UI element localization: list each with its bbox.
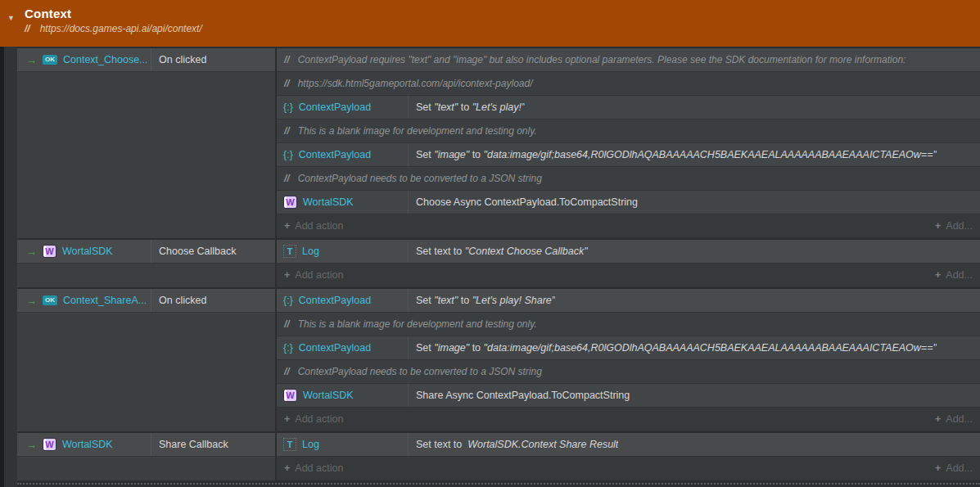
add-action-link[interactable]: +Add action xyxy=(284,269,343,281)
comment-text: ContextPayload requires "text" and "imag… xyxy=(298,54,906,65)
action-row[interactable]: T Log Set text to "Context Choose Callba… xyxy=(277,240,980,264)
comment-text: ContextPayload needs to be converted to … xyxy=(298,366,542,377)
trigger-arrow-icon: → xyxy=(26,54,37,66)
action-object-cell[interactable]: W WortalSDK xyxy=(277,191,409,214)
condition-text[interactable]: On clicked xyxy=(151,289,206,312)
comment-row[interactable]: //This is a blank image for development … xyxy=(277,313,980,336)
condition-object-name: WortalSDK xyxy=(62,439,113,450)
comment-slashes: // xyxy=(284,54,290,65)
action-parameters[interactable]: Set text to "Context Choose Callback" xyxy=(409,240,588,263)
event-block-3: → OK Context_ShareA... On clicked {:} Co… xyxy=(17,289,980,431)
action-parameters[interactable]: Choose Async ContextPayload.ToCompactStr… xyxy=(409,191,638,214)
comment-slashes: // xyxy=(284,173,290,184)
wortal-book-icon: W xyxy=(43,438,56,451)
add-more-link[interactable]: +Add... xyxy=(935,413,973,425)
param-value: "Context Choose Callback" xyxy=(465,246,588,257)
condition-text[interactable]: Choose Callback xyxy=(151,240,237,263)
add-action-row: +Add action +Add... xyxy=(277,408,980,431)
param-value: "Let's play! Share" xyxy=(472,295,556,306)
add-action-row: +Add action +Add... xyxy=(277,457,980,480)
param-value: "data:image/gif;base64,R0lGODlhAQABAAAAA… xyxy=(484,342,937,354)
event-block-2: → W WortalSDK Choose Callback T Log Set … xyxy=(17,240,980,287)
add-action-row: +Add action +Add... xyxy=(277,214,980,238)
plus-icon: + xyxy=(935,462,941,474)
collapse-arrow-icon[interactable]: ▼ xyxy=(7,14,15,22)
action-parameters[interactable]: Share Async ContextPayload.ToCompactStri… xyxy=(409,384,630,407)
conditions-column: → OK Context_ShareA... On clicked xyxy=(17,289,275,431)
event-group-header[interactable]: ▼ Context //https://docs.games-api.ai/ap… xyxy=(0,0,980,47)
param-text: to xyxy=(458,295,472,306)
actions-column: T Log Set text to WortalSDK.Context Shar… xyxy=(277,433,980,480)
comment-text: https://sdk.html5gameportal.com/api/icon… xyxy=(298,78,533,89)
add-more-link[interactable]: +Add... xyxy=(935,462,973,474)
condition-object-cell[interactable]: → W WortalSDK xyxy=(17,240,151,263)
comment-row[interactable]: //ContextPayload requires "text" and "im… xyxy=(277,48,980,72)
comment-text: ContextPayload needs to be converted to … xyxy=(298,173,542,184)
condition-row[interactable]: → W WortalSDK Choose Callback xyxy=(17,240,275,264)
action-object-name: ContextPayload xyxy=(299,295,371,306)
condition-row[interactable]: → OK Context_Choose... On clicked xyxy=(17,48,275,72)
comment-row[interactable]: //This is a blank image for development … xyxy=(277,119,980,143)
add-more-link[interactable]: +Add... xyxy=(935,220,973,232)
plus-icon: + xyxy=(935,220,941,232)
add-more-link[interactable]: +Add... xyxy=(935,269,973,281)
action-row[interactable]: {:} ContextPayload Set "image" to "data:… xyxy=(277,143,980,167)
plus-icon: + xyxy=(935,413,941,425)
condition-object-cell[interactable]: → OK Context_Choose... xyxy=(17,48,151,71)
action-row[interactable]: W WortalSDK Share Async ContextPayload.T… xyxy=(277,384,980,408)
action-row[interactable]: T Log Set text to WortalSDK.Context Shar… xyxy=(277,433,980,457)
add-action-link[interactable]: +Add action xyxy=(284,462,343,474)
action-object-cell[interactable]: {:} ContextPayload xyxy=(277,96,409,119)
actions-column: T Log Set text to "Context Choose Callba… xyxy=(277,240,980,287)
condition-object-cell[interactable]: → W WortalSDK xyxy=(17,433,151,456)
plus-icon: + xyxy=(284,269,290,281)
comment-row[interactable]: //ContextPayload needs to be converted t… xyxy=(277,167,980,191)
action-object-cell[interactable]: T Log xyxy=(277,240,409,263)
action-parameters[interactable]: Set "text" to "Let's play!" xyxy=(409,96,525,119)
comment-slashes: // xyxy=(284,125,290,137)
braces-icon: {:} xyxy=(283,101,293,113)
plus-icon: + xyxy=(284,413,290,425)
action-object-name: Log xyxy=(302,439,319,450)
action-row[interactable]: {:} ContextPayload Set "image" to "data:… xyxy=(277,336,980,360)
plus-icon: + xyxy=(284,462,290,474)
action-row[interactable]: {:} ContextPayload Set "text" to "Let's … xyxy=(277,96,980,119)
action-row[interactable]: W WortalSDK Choose Async ContextPayload.… xyxy=(277,191,980,214)
param-text: Set xyxy=(416,149,434,160)
action-object-cell[interactable]: T Log xyxy=(277,433,409,456)
action-object-cell[interactable]: {:} ContextPayload xyxy=(277,289,409,312)
condition-row[interactable]: → W WortalSDK Share Callback xyxy=(17,433,275,457)
wortal-book-icon: W xyxy=(283,196,297,209)
action-parameters[interactable]: Set "text" to "Let's play! Share" xyxy=(409,289,555,312)
param-value: "data:image/gif;base64,R0lGODlhAQABAAAAA… xyxy=(484,149,937,160)
action-object-name: Log xyxy=(302,246,319,257)
action-object-cell[interactable]: {:} ContextPayload xyxy=(277,336,409,359)
trigger-arrow-icon: → xyxy=(26,439,37,451)
condition-object-name: Context_Choose... xyxy=(63,54,148,65)
condition-object-cell[interactable]: → OK Context_ShareA... xyxy=(17,289,151,312)
wortal-book-icon: W xyxy=(43,245,56,258)
comment-row[interactable]: //https://sdk.html5gameportal.com/api/ic… xyxy=(277,72,980,96)
condition-row[interactable]: → OK Context_ShareA... On clicked xyxy=(17,289,275,313)
add-action-link[interactable]: +Add action xyxy=(284,413,343,425)
comment-text: This is a blank image for development an… xyxy=(298,125,537,137)
action-parameters[interactable]: Set "image" to "data:image/gif;base64,R0… xyxy=(409,336,937,359)
ok-button-icon: OK xyxy=(43,55,57,65)
group-comment-text: https://docs.games-api.ai/api/context/ xyxy=(40,23,202,34)
action-object-cell[interactable]: W WortalSDK xyxy=(277,384,409,407)
action-object-name: ContextPayload xyxy=(299,101,371,113)
condition-text[interactable]: Share Callback xyxy=(151,433,228,456)
action-parameters[interactable]: Set text to WortalSDK.Context Share Resu… xyxy=(409,433,618,456)
param-text: Set text to xyxy=(416,246,465,257)
add-action-link[interactable]: +Add action xyxy=(284,220,343,232)
action-object-cell[interactable]: {:} ContextPayload xyxy=(277,143,409,166)
param-text: to xyxy=(469,149,483,160)
group-comment[interactable]: //https://docs.games-api.ai/api/context/ xyxy=(25,23,980,34)
ok-button-icon: OK xyxy=(43,295,57,305)
comment-row[interactable]: //ContextPayload needs to be converted t… xyxy=(277,360,980,384)
action-row[interactable]: {:} ContextPayload Set "text" to "Let's … xyxy=(277,289,980,313)
condition-text[interactable]: On clicked xyxy=(151,48,206,71)
trigger-arrow-icon: → xyxy=(26,295,37,307)
text-log-icon: T xyxy=(283,438,296,451)
action-parameters[interactable]: Set "image" to "data:image/gif;base64,R0… xyxy=(409,143,937,166)
